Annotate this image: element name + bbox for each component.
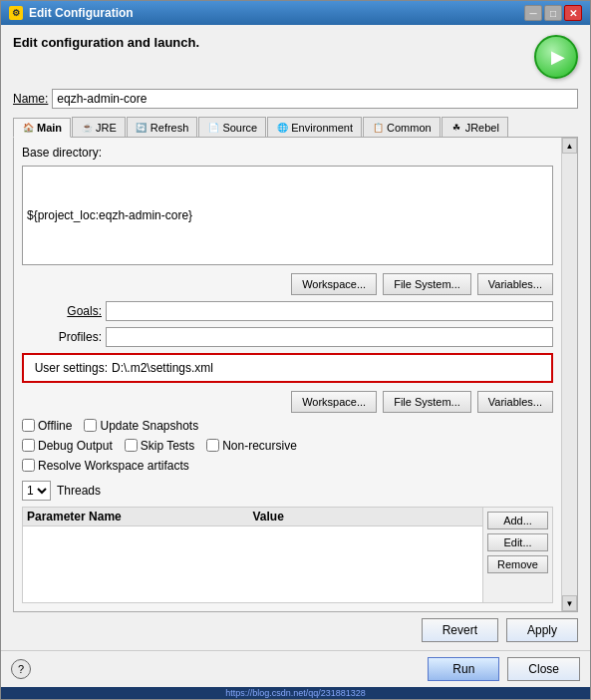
footer-buttons: Run Close xyxy=(428,657,580,681)
base-directory-value: ${project_loc:eqzh-admin-core} xyxy=(22,166,553,265)
profiles-label: Profiles: xyxy=(22,330,102,344)
add-button[interactable]: Add... xyxy=(487,512,548,529)
jrebel-tab-icon: ☘ xyxy=(450,122,462,134)
source-tab-icon: 📄 xyxy=(207,122,219,134)
base-directory-label: Base directory: xyxy=(22,146,553,160)
table-body xyxy=(23,526,482,603)
tab-environment[interactable]: 🌐 Environment xyxy=(267,117,362,137)
run-button[interactable]: Run xyxy=(428,657,499,681)
tab-env-label: Environment xyxy=(291,122,353,134)
skip-tests-label: Skip Tests xyxy=(141,439,194,453)
quick-run-button[interactable] xyxy=(534,35,578,79)
table-header: Parameter Name Value xyxy=(23,508,482,526)
update-snapshots-checkbox[interactable] xyxy=(84,419,97,432)
skip-tests-checkbox-item: Skip Tests xyxy=(125,439,194,453)
workspace-button-2[interactable]: Workspace... xyxy=(291,391,377,413)
table-area: Parameter Name Value xyxy=(23,508,482,603)
tab-common-label: Common xyxy=(387,122,432,134)
help-button[interactable]: ? xyxy=(11,659,31,679)
user-settings-label: User settings: xyxy=(28,361,108,375)
goals-label: Goals: xyxy=(22,304,102,318)
revert-apply-row: Revert Apply xyxy=(13,618,578,642)
parameter-table-section: Parameter Name Value Add... Edit... Remo… xyxy=(22,507,553,604)
table-action-buttons: Add... Edit... Remove xyxy=(482,508,552,603)
name-input[interactable] xyxy=(52,89,578,109)
tab-main-label: Main xyxy=(37,122,62,134)
update-snapshots-checkbox-item: Update Snapshots xyxy=(84,419,198,433)
threads-label: Threads xyxy=(57,484,101,498)
scroll-down-button[interactable]: ▼ xyxy=(562,595,577,611)
main-window: ⚙ Edit Configuration ─ □ ✕ Edit configur… xyxy=(0,0,591,700)
remove-button[interactable]: Remove xyxy=(487,555,548,573)
tab-jrebel-label: JRebel xyxy=(465,122,499,134)
revert-button[interactable]: Revert xyxy=(422,618,498,642)
window-icon: ⚙ xyxy=(9,6,23,20)
offline-checkbox[interactable] xyxy=(22,419,35,432)
profiles-row: Profiles: xyxy=(22,327,553,347)
update-snapshots-label: Update Snapshots xyxy=(100,419,198,433)
refresh-tab-icon: 🔄 xyxy=(136,122,148,134)
variables-button-1[interactable]: Variables... xyxy=(477,273,553,295)
non-recursive-label: Non-recursive xyxy=(222,439,297,453)
tab-source-label: Source xyxy=(222,122,257,134)
panel-scrollbar[interactable]: ▲ ▼ xyxy=(561,138,577,611)
common-tab-icon: 📋 xyxy=(372,122,384,134)
tab-jre[interactable]: ☕ JRE xyxy=(72,117,126,137)
scroll-up-button[interactable]: ▲ xyxy=(562,138,577,154)
col1-header: Parameter Name xyxy=(27,510,253,524)
minimize-button[interactable]: ─ xyxy=(524,5,542,21)
tab-bar: 🏠 Main ☕ JRE 🔄 Refresh 📄 Source 🌐 Enviro… xyxy=(13,117,578,138)
non-recursive-checkbox-item: Non-recursive xyxy=(206,439,297,453)
apply-button[interactable]: Apply xyxy=(506,618,578,642)
title-controls: ─ □ ✕ xyxy=(524,5,582,21)
threads-select[interactable]: 1 2 4 xyxy=(22,481,51,501)
workspace-button-1[interactable]: Workspace... xyxy=(291,273,377,295)
non-recursive-checkbox[interactable] xyxy=(206,439,219,452)
window-title: Edit Configuration xyxy=(29,6,134,20)
tab-refresh-label: Refresh xyxy=(150,122,189,134)
checkboxes-row-3: Resolve Workspace artifacts xyxy=(22,459,553,473)
name-row: Name: xyxy=(13,89,578,109)
offline-checkbox-item: Offline xyxy=(22,419,72,433)
checkboxes-row-2: Debug Output Skip Tests Non-recursive xyxy=(22,439,553,453)
tab-main[interactable]: 🏠 Main xyxy=(13,118,71,138)
col2-header: Value xyxy=(253,510,479,524)
debug-output-label: Debug Output xyxy=(38,439,113,453)
threads-row: 1 2 4 Threads xyxy=(22,481,553,501)
debug-output-checkbox[interactable] xyxy=(22,439,35,452)
checkboxes-row-1: Offline Update Snapshots xyxy=(22,419,553,433)
close-button[interactable]: ✕ xyxy=(564,5,582,21)
header-title: Edit configuration and launch. xyxy=(13,35,199,50)
panel-content: Base directory: ${project_loc:eqzh-admin… xyxy=(14,138,561,611)
variables-button-2[interactable]: Variables... xyxy=(477,391,553,413)
tab-jre-label: JRE xyxy=(96,122,117,134)
tab-refresh[interactable]: 🔄 Refresh xyxy=(127,117,198,137)
goals-input[interactable] xyxy=(106,301,553,321)
jre-tab-icon: ☕ xyxy=(81,122,93,134)
user-settings-buttons: Workspace... File System... Variables... xyxy=(22,391,553,413)
tab-common[interactable]: 📋 Common xyxy=(363,117,441,137)
resolve-workspace-checkbox-item: Resolve Workspace artifacts xyxy=(22,459,189,473)
file-system-button-2[interactable]: File System... xyxy=(383,391,471,413)
maximize-button[interactable]: □ xyxy=(544,5,562,21)
dialog-content: Edit configuration and launch. Name: 🏠 M… xyxy=(1,25,590,650)
debug-output-checkbox-item: Debug Output xyxy=(22,439,113,453)
main-tab-icon: 🏠 xyxy=(22,122,34,134)
header-section: Edit configuration and launch. xyxy=(13,35,578,79)
close-button-footer[interactable]: Close xyxy=(507,657,580,681)
resolve-workspace-checkbox[interactable] xyxy=(22,459,35,472)
tab-source[interactable]: 📄 Source xyxy=(198,117,266,137)
profiles-input[interactable] xyxy=(106,327,553,347)
user-settings-box: User settings: xyxy=(22,353,553,383)
env-tab-icon: 🌐 xyxy=(276,122,288,134)
base-dir-buttons: Workspace... File System... Variables... xyxy=(22,273,553,295)
title-bar: ⚙ Edit Configuration ─ □ ✕ xyxy=(1,1,590,25)
skip-tests-checkbox[interactable] xyxy=(125,439,138,452)
user-settings-input[interactable] xyxy=(112,359,547,377)
tab-jrebel[interactable]: ☘ JRebel xyxy=(442,117,508,137)
resolve-workspace-label: Resolve Workspace artifacts xyxy=(38,459,189,473)
file-system-button-1[interactable]: File System... xyxy=(383,273,471,295)
edit-button[interactable]: Edit... xyxy=(487,533,548,551)
offline-label: Offline xyxy=(38,419,72,433)
scroll-track xyxy=(562,154,577,595)
